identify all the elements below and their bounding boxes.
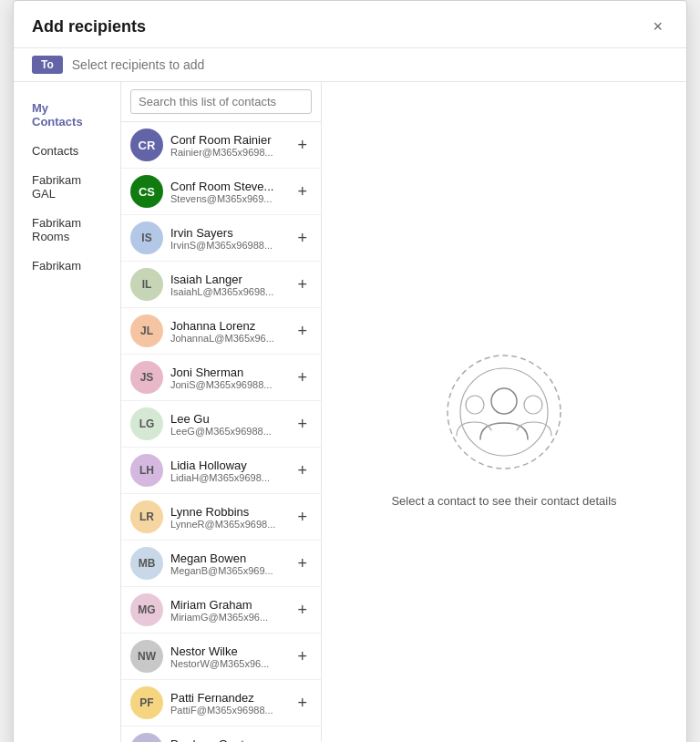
contact-item[interactable]: PG Pradeep Gupta PradeepG@M365x9... + — [121, 727, 321, 742]
avatar: MB — [130, 547, 163, 580]
add-contact-button[interactable]: + — [293, 274, 312, 294]
svg-point-1 — [460, 368, 548, 456]
dialog-body: My Contacts Contacts Fabrikam GAL Fabrik… — [14, 82, 686, 742]
contact-info: Lynne Robbins LynneR@M365x9698... — [170, 505, 293, 530]
contact-info: Lidia Holloway LidiaH@M365x9698... — [170, 459, 293, 483]
add-recipients-dialog: Add recipients × To My Contacts Contacts… — [13, 0, 687, 742]
contact-name: Pradeep Gupta — [170, 737, 293, 743]
dialog-header: Add recipients × — [14, 1, 686, 48]
contact-item[interactable]: MG Miriam Graham MiriamG@M365x96... + — [121, 587, 321, 634]
contact-name: Joni Sherman — [170, 366, 293, 379]
contact-email: LynneR@M365x9698... — [170, 519, 293, 530]
empty-state-text: Select a contact to see their contact de… — [391, 494, 616, 508]
search-input[interactable] — [130, 89, 312, 114]
contact-info: Conf Room Rainier Rainier@M365x9698... — [170, 133, 293, 158]
contact-item[interactable]: CS Conf Room Steve... Stevens@M365x969..… — [121, 169, 321, 215]
sidebar-item-fabrikam-rooms[interactable]: Fabrikam Rooms — [17, 209, 117, 251]
contact-email: JoniS@M365x96988... — [170, 379, 293, 390]
to-label: To — [32, 56, 63, 74]
avatar: MG — [130, 593, 163, 626]
add-contact-button[interactable]: + — [293, 600, 312, 620]
add-contact-button[interactable]: + — [293, 553, 312, 573]
sidebar-item-fabrikam-gal[interactable]: Fabrikam GAL — [17, 166, 117, 208]
contact-item[interactable]: CR Conf Room Rainier Rainier@M365x9698..… — [121, 122, 321, 169]
contact-name: Conf Room Rainier — [170, 133, 293, 147]
sidebar-item-contacts[interactable]: Contacts — [17, 137, 117, 165]
avatar: JS — [130, 361, 163, 394]
avatar: CR — [130, 129, 163, 161]
avatar: LR — [130, 500, 163, 533]
contact-info: Irvin Sayers IrvinS@M365x96988... — [170, 226, 293, 251]
contact-name: Lee Gu — [170, 412, 293, 426]
contact-item[interactable]: IS Irvin Sayers IrvinS@M365x96988... + — [121, 215, 321, 262]
contact-info: Isaiah Langer IsaiahL@M365x9698... — [170, 273, 293, 297]
contact-email: LidiaH@M365x9698... — [170, 472, 293, 483]
contact-email: PattiF@M365x96988... — [170, 705, 293, 716]
add-contact-button[interactable]: + — [293, 367, 312, 387]
contact-item[interactable]: LG Lee Gu LeeG@M365x96988... + — [121, 401, 321, 448]
contact-item[interactable]: NW Nestor Wilke NestorW@M365x96... + — [121, 634, 321, 680]
search-box — [121, 82, 321, 122]
add-contact-button[interactable]: + — [293, 414, 312, 434]
contact-item[interactable]: IL Isaiah Langer IsaiahL@M365x9698... + — [121, 262, 321, 308]
add-contact-button[interactable]: + — [293, 507, 312, 527]
contact-name: Megan Bowen — [170, 551, 293, 565]
svg-point-2 — [491, 388, 517, 414]
svg-point-3 — [466, 396, 484, 414]
contact-name: Irvin Sayers — [170, 226, 293, 240]
contact-email: MeganB@M365x969... — [170, 565, 293, 576]
avatar: JL — [130, 314, 163, 347]
add-contact-button[interactable]: + — [293, 228, 312, 248]
add-contact-button[interactable]: + — [293, 460, 312, 480]
contact-name: Patti Fernandez — [170, 691, 293, 705]
contact-name: Conf Room Steve... — [170, 180, 293, 193]
contact-name: Lidia Holloway — [170, 459, 293, 472]
contact-email: JohannaL@M365x96... — [170, 333, 293, 344]
contact-info: Nestor Wilke NestorW@M365x96... — [170, 644, 293, 669]
svg-point-0 — [448, 356, 561, 469]
sidebar-item-my-contacts[interactable]: My Contacts — [17, 94, 117, 136]
add-contact-button[interactable]: + — [293, 321, 312, 341]
avatar: CS — [130, 175, 163, 208]
contact-name: Nestor Wilke — [170, 644, 293, 658]
contact-item[interactable]: JL Johanna Lorenz JohannaL@M365x96... + — [121, 308, 321, 355]
contacts-illustration — [440, 348, 568, 479]
contact-item[interactable]: LH Lidia Holloway LidiaH@M365x9698... + — [121, 448, 321, 494]
contact-info: Megan Bowen MeganB@M365x969... — [170, 551, 293, 576]
contact-item[interactable]: PF Patti Fernandez PattiF@M365x96988... … — [121, 680, 321, 727]
contact-info: Pradeep Gupta PradeepG@M365x9... — [170, 737, 293, 743]
avatar: NW — [130, 640, 163, 673]
contact-item[interactable]: JS Joni Sherman JoniS@M365x96988... + — [121, 355, 321, 401]
contact-email: MiriamG@M365x96... — [170, 612, 293, 623]
contact-name: Lynne Robbins — [170, 505, 293, 519]
add-contact-button[interactable]: + — [293, 181, 312, 201]
right-panel: Select a contact to see their contact de… — [322, 82, 686, 742]
to-row: To — [14, 48, 686, 82]
dialog-title: Add recipients — [32, 17, 146, 36]
contact-info: Johanna Lorenz JohannaL@M365x96... — [170, 319, 293, 344]
svg-point-4 — [524, 396, 542, 414]
recipients-input[interactable] — [72, 57, 668, 72]
contact-info: Conf Room Steve... Stevens@M365x969... — [170, 180, 293, 204]
add-contact-button[interactable]: + — [293, 135, 312, 155]
contact-name: Miriam Graham — [170, 598, 293, 612]
contact-info: Miriam Graham MiriamG@M365x96... — [170, 598, 293, 623]
contact-item[interactable]: LR Lynne Robbins LynneR@M365x9698... + — [121, 494, 321, 541]
add-contact-button[interactable]: + — [293, 646, 312, 666]
contact-info: Patti Fernandez PattiF@M365x96988... — [170, 691, 293, 716]
contact-info: Lee Gu LeeG@M365x96988... — [170, 412, 293, 437]
empty-state: Select a contact to see their contact de… — [391, 348, 616, 508]
contact-name: Isaiah Langer — [170, 273, 293, 286]
avatar: PF — [130, 686, 163, 719]
sidebar: My Contacts Contacts Fabrikam GAL Fabrik… — [14, 82, 121, 742]
contact-email: NestorW@M365x96... — [170, 658, 293, 669]
contact-email: IrvinS@M365x96988... — [170, 240, 293, 251]
avatar: LG — [130, 407, 163, 440]
contact-email: Rainier@M365x9698... — [170, 147, 293, 158]
sidebar-item-fabrikam[interactable]: Fabrikam — [17, 252, 117, 280]
avatar: IS — [130, 222, 163, 254]
contact-info: Joni Sherman JoniS@M365x96988... — [170, 366, 293, 390]
add-contact-button[interactable]: + — [293, 693, 312, 713]
close-button[interactable]: × — [647, 15, 668, 38]
contact-item[interactable]: MB Megan Bowen MeganB@M365x969... + — [121, 541, 321, 587]
